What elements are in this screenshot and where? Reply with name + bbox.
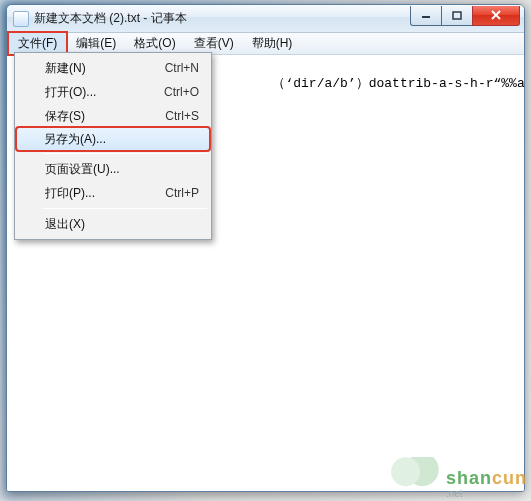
menu-help[interactable]: 帮助(H) [243,33,302,54]
window-title: 新建文本文档 (2).txt - 记事本 [34,10,411,27]
menu-item-page-setup[interactable]: 页面设置(U)... [17,157,209,181]
menu-item-exit[interactable]: 退出(X) [17,212,209,236]
minimize-button[interactable] [410,6,442,26]
menu-separator [43,153,207,154]
menu-edit[interactable]: 编辑(E) [67,33,125,54]
menu-separator [43,208,207,209]
menu-label: 保存(S) [45,108,165,125]
watermark: shancun .net [390,457,527,499]
watermark-brand-b: cun [492,468,527,488]
menu-label: 另存为(A)... [44,131,200,148]
menu-item-open[interactable]: 打开(O)... Ctrl+O [17,80,209,104]
titlebar[interactable]: 新建文本文档 (2).txt - 记事本 [7,5,524,33]
svg-rect-0 [422,16,430,18]
watermark-logo-icon [390,457,442,499]
menu-item-save-as[interactable]: 另存为(A)... [16,127,210,151]
close-icon [490,10,502,20]
close-button[interactable] [472,6,520,26]
editor-content: （‘dir/a/b’）doattrib-a-s-h-r“%%a [272,76,524,91]
menu-item-save[interactable]: 保存(S) Ctrl+S [17,104,209,128]
watermark-text: shancun .net [446,469,527,499]
menu-item-new[interactable]: 新建(N) Ctrl+N [17,56,209,80]
menu-label: 打印(P)... [45,185,165,202]
minimize-icon [421,11,431,19]
menu-label: 打开(O)... [45,84,164,101]
menu-format[interactable]: 格式(O) [125,33,184,54]
window-controls [411,6,520,26]
menu-shortcut: Ctrl+S [165,109,199,123]
maximize-button[interactable] [441,6,473,26]
maximize-icon [452,11,462,20]
menu-item-print[interactable]: 打印(P)... Ctrl+P [17,181,209,205]
menu-label: 退出(X) [45,216,199,233]
file-dropdown-menu: 新建(N) Ctrl+N 打开(O)... Ctrl+O 保存(S) Ctrl+… [14,52,212,240]
menu-shortcut: Ctrl+P [165,186,199,200]
menu-shortcut: Ctrl+O [164,85,199,99]
menu-shortcut: Ctrl+N [165,61,199,75]
svg-rect-1 [453,12,461,19]
watermark-sub: .net [446,489,463,499]
menu-label: 页面设置(U)... [45,161,199,178]
menu-view[interactable]: 查看(V) [185,33,243,54]
notepad-app-icon [13,11,29,27]
watermark-brand-a: shan [446,468,492,488]
menu-label: 新建(N) [45,60,165,77]
